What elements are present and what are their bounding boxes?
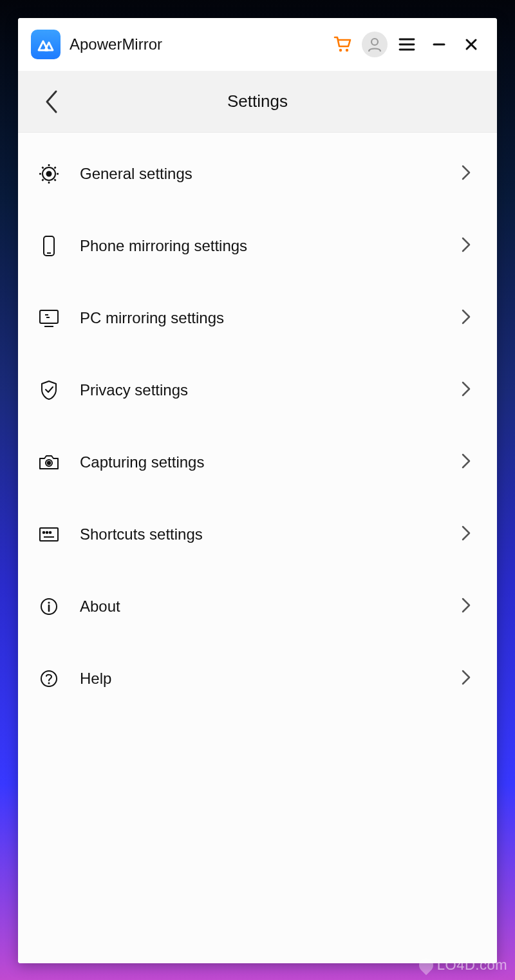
back-button[interactable] [36, 71, 67, 132]
menu-button[interactable] [393, 30, 421, 59]
menu-item-label: PC mirroring settings [80, 309, 461, 327]
menu-item-privacy[interactable]: Privacy settings [18, 354, 497, 426]
shield-icon [37, 379, 61, 402]
chevron-left-icon [43, 88, 60, 116]
user-avatar [362, 32, 388, 57]
chevron-right-icon [461, 164, 471, 184]
page-header: Settings [18, 71, 497, 133]
help-icon [37, 667, 61, 690]
titlebar: ApowerMirror [18, 18, 497, 71]
close-button[interactable] [457, 30, 485, 59]
chevron-right-icon [461, 308, 471, 328]
menu-item-pc-mirroring[interactable]: PC mirroring settings [18, 282, 497, 354]
svg-point-22 [50, 532, 52, 534]
menu-item-label: About [80, 598, 461, 616]
cart-icon [332, 33, 353, 55]
svg-point-18 [48, 462, 50, 464]
page-title: Settings [18, 91, 497, 111]
minimize-button[interactable] [425, 30, 453, 59]
watermark-text: LO4D.com [437, 957, 507, 974]
settings-menu: General settings Phone mirroring setting… [18, 133, 497, 963]
chevron-right-icon [461, 596, 471, 617]
drop-icon [416, 955, 436, 975]
chevron-right-icon [461, 524, 471, 545]
close-icon [464, 37, 478, 52]
menu-item-label: Help [80, 670, 461, 688]
user-icon [366, 36, 383, 53]
svg-rect-19 [40, 528, 58, 541]
menu-item-phone-mirroring[interactable]: Phone mirroring settings [18, 210, 497, 282]
svg-point-2 [371, 39, 378, 45]
chevron-right-icon [461, 668, 471, 689]
menu-item-capturing[interactable]: Capturing settings [18, 426, 497, 498]
account-button[interactable] [360, 30, 389, 59]
svg-point-28 [48, 683, 50, 684]
menu-item-general[interactable]: General settings [18, 138, 497, 210]
phone-icon [37, 234, 61, 258]
desktop-backdrop: ApowerMirror [0, 0, 515, 980]
cart-button[interactable] [328, 30, 357, 59]
app-logo-icon [36, 37, 55, 52]
svg-point-0 [339, 49, 342, 52]
svg-point-25 [48, 601, 50, 603]
svg-point-20 [43, 532, 45, 534]
gear-icon [37, 162, 61, 185]
monitor-icon [37, 306, 61, 330]
app-window: ApowerMirror [18, 18, 497, 963]
menu-item-label: Capturing settings [80, 453, 461, 471]
chevron-right-icon [461, 452, 471, 473]
svg-point-1 [346, 49, 348, 52]
info-icon [37, 595, 61, 618]
chevron-right-icon [461, 236, 471, 256]
camera-icon [37, 451, 61, 474]
minimize-icon [432, 37, 446, 52]
watermark: LO4D.com [419, 957, 507, 974]
hamburger-icon [398, 37, 415, 52]
keyboard-icon [37, 523, 61, 546]
menu-item-label: General settings [80, 165, 461, 183]
app-title: ApowerMirror [70, 35, 162, 53]
menu-item-label: Shortcuts settings [80, 525, 461, 543]
menu-item-label: Phone mirroring settings [80, 237, 461, 255]
menu-item-shortcuts[interactable]: Shortcuts settings [18, 498, 497, 570]
app-logo [31, 30, 61, 59]
menu-item-label: Privacy settings [80, 381, 461, 399]
svg-point-9 [47, 172, 52, 176]
svg-point-21 [46, 532, 48, 534]
menu-item-help[interactable]: Help [18, 643, 497, 715]
chevron-right-icon [461, 380, 471, 400]
menu-item-about[interactable]: About [18, 570, 497, 643]
